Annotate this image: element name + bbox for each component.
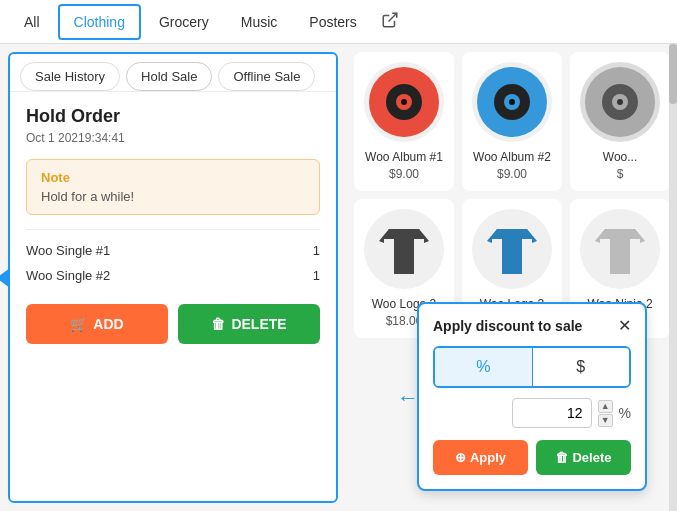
- hold-actions: 🛒 ADD 🗑 DELETE: [26, 304, 320, 344]
- tab-offline-sale[interactable]: Offline Sale: [218, 62, 315, 91]
- hold-item-2: Woo Single #2 1: [26, 263, 320, 288]
- hold-note: Note Hold for a while!: [26, 159, 320, 215]
- product-card-2[interactable]: Woo... $: [570, 52, 670, 191]
- product-image-5: [580, 209, 660, 289]
- product-price-2: $: [580, 167, 660, 181]
- product-image-4: [472, 209, 552, 289]
- product-image-3: [364, 209, 444, 289]
- svg-line-0: [388, 13, 396, 21]
- close-icon[interactable]: ✕: [618, 318, 631, 334]
- discount-arrow-indicator: ←: [397, 385, 419, 411]
- tab-posters[interactable]: Posters: [295, 6, 370, 38]
- hold-item-1-qty: 1: [313, 243, 320, 258]
- tab-hold-sale[interactable]: Hold Sale: [126, 62, 212, 91]
- discount-delete-label: Delete: [572, 450, 611, 465]
- spinner-up[interactable]: ▲: [598, 400, 613, 413]
- plus-icon: ⊕: [455, 450, 466, 465]
- discount-type-dollar[interactable]: $: [533, 348, 630, 386]
- hold-order-date: Oct 1 20219:34:41: [26, 131, 320, 145]
- hold-inner-tabs: Sale History Hold Sale Offline Sale: [10, 54, 336, 92]
- nav-tabs: All Clothing Grocery Music Posters: [0, 0, 677, 44]
- add-button[interactable]: 🛒 ADD: [26, 304, 168, 344]
- discount-type-buttons: % $: [433, 346, 631, 388]
- discount-actions: ⊕ Apply 🗑 Delete: [433, 440, 631, 475]
- product-card-0[interactable]: Woo Album #1 $9.00: [354, 52, 454, 191]
- external-link-icon[interactable]: [381, 11, 399, 33]
- discount-delete-button[interactable]: 🗑 Delete: [536, 440, 631, 475]
- product-area: Woo Album #1 $9.00 Woo Album #2 $9.00: [346, 44, 677, 511]
- product-image-1: [472, 62, 552, 142]
- tab-clothing[interactable]: Clothing: [58, 4, 141, 40]
- hold-body: Hold Order Oct 1 20219:34:41 Note Hold f…: [10, 92, 336, 358]
- tab-all[interactable]: All: [10, 6, 54, 38]
- trash-icon: 🗑: [211, 316, 225, 332]
- discount-panel: Apply discount to sale ✕ % $ ▲ ▼ % ⊕ App…: [417, 302, 647, 491]
- delete-button[interactable]: 🗑 DELETE: [178, 304, 320, 344]
- discount-value-row: ▲ ▼ %: [433, 398, 631, 428]
- hold-note-text: Hold for a while!: [41, 189, 305, 204]
- hold-item-1-name: Woo Single #1: [26, 243, 110, 258]
- hold-item-2-name: Woo Single #2: [26, 268, 110, 283]
- add-label: ADD: [93, 316, 123, 332]
- hold-item-2-qty: 1: [313, 268, 320, 283]
- svg-point-4: [401, 99, 407, 105]
- svg-point-12: [617, 99, 623, 105]
- hold-panel-arrow: [0, 268, 10, 288]
- product-price-1: $9.00: [472, 167, 552, 181]
- discount-spinner: ▲ ▼: [598, 400, 613, 427]
- hold-panel: Sale History Hold Sale Offline Sale Hold…: [8, 52, 338, 503]
- delete-label: DELETE: [231, 316, 286, 332]
- scrollbar-track[interactable]: [669, 44, 677, 511]
- tab-grocery[interactable]: Grocery: [145, 6, 223, 38]
- trash-icon-discount: 🗑: [555, 450, 568, 465]
- discount-title: Apply discount to sale: [433, 318, 582, 334]
- apply-button[interactable]: ⊕ Apply: [433, 440, 528, 475]
- product-image-0: [364, 62, 444, 142]
- hold-divider-1: [26, 229, 320, 230]
- discount-header: Apply discount to sale ✕: [433, 318, 631, 334]
- hold-order-title: Hold Order: [26, 106, 320, 127]
- tab-music[interactable]: Music: [227, 6, 292, 38]
- scrollbar-thumb[interactable]: [669, 44, 677, 104]
- main-area: Sale History Hold Sale Offline Sale Hold…: [0, 44, 677, 511]
- svg-point-8: [509, 99, 515, 105]
- product-price-0: $9.00: [364, 167, 444, 181]
- product-image-2: [580, 62, 660, 142]
- discount-type-percent[interactable]: %: [435, 348, 533, 386]
- discount-value-input[interactable]: [512, 398, 592, 428]
- product-grid: Woo Album #1 $9.00 Woo Album #2 $9.00: [354, 52, 669, 338]
- hold-item-1: Woo Single #1 1: [26, 238, 320, 263]
- product-card-1[interactable]: Woo Album #2 $9.00: [462, 52, 562, 191]
- tab-sale-history[interactable]: Sale History: [20, 62, 120, 91]
- spinner-down[interactable]: ▼: [598, 414, 613, 427]
- apply-label: Apply: [470, 450, 506, 465]
- product-name-1: Woo Album #2: [472, 150, 552, 164]
- hold-note-title: Note: [41, 170, 305, 185]
- product-name-0: Woo Album #1: [364, 150, 444, 164]
- product-name-2: Woo...: [580, 150, 660, 164]
- discount-unit: %: [619, 405, 631, 421]
- cart-icon: 🛒: [70, 316, 87, 332]
